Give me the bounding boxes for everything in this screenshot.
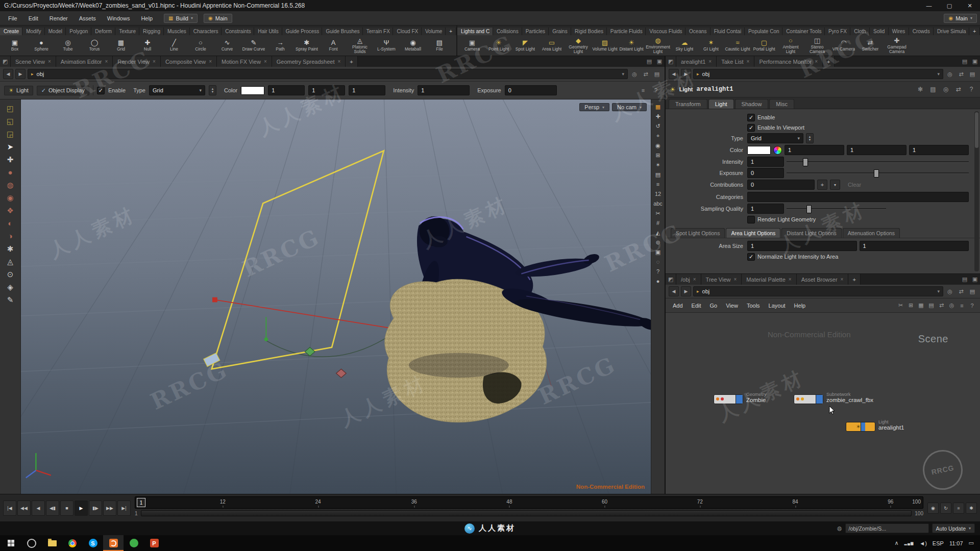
display-option-icon[interactable]: ≡ bbox=[656, 181, 659, 187]
network-tool-icon[interactable]: ⊞ bbox=[906, 302, 916, 309]
shelf-tool[interactable]: ▨ Volume Light bbox=[592, 39, 618, 52]
pane-control-icon[interactable]: ▣ bbox=[970, 56, 980, 67]
shelf-tool[interactable]: ▦ Grid bbox=[108, 39, 134, 52]
shelf-tool[interactable]: Ψ L-System bbox=[374, 39, 399, 52]
close-tab-icon[interactable]: × bbox=[264, 59, 267, 64]
shelf-tool[interactable]: ✚ Null bbox=[135, 39, 160, 52]
shelf-tab[interactable]: Rigid Bodies bbox=[571, 28, 607, 35]
shelf-tab[interactable]: Lights and C bbox=[457, 28, 493, 35]
desktop-main-right[interactable]: ◉ Main ▾ bbox=[944, 14, 977, 23]
shelf-tool[interactable]: ● Sphere bbox=[29, 39, 54, 52]
playback-option-button[interactable]: ◉ bbox=[927, 503, 939, 514]
playback-option-button[interactable]: ↻ bbox=[940, 503, 951, 514]
node-body[interactable]: ✶ bbox=[846, 422, 875, 432]
network-menu-item[interactable]: View bbox=[722, 301, 742, 310]
clock[interactable]: 11:07 bbox=[949, 540, 963, 546]
display-option-icon[interactable]: 12 bbox=[655, 191, 661, 197]
viewport-tool-icon[interactable]: ◍ bbox=[7, 181, 13, 189]
pane-tab[interactable]: Performance Monitor × bbox=[754, 56, 823, 67]
shelf-tool[interactable]: ✎ Draw Curve bbox=[241, 39, 266, 52]
shelf-tool[interactable]: ⇄ Switcher bbox=[857, 39, 883, 52]
exposure-field[interactable]: 0 bbox=[747, 168, 784, 178]
display-option-icon[interactable]: ⊞ bbox=[655, 152, 660, 158]
shelf-tab[interactable]: Modify bbox=[22, 28, 45, 35]
network-tool-icon[interactable]: ⇄ bbox=[937, 302, 946, 309]
forward-icon[interactable]: ▶ bbox=[681, 286, 691, 296]
node-zombie[interactable]: Geometry Zombie bbox=[714, 393, 767, 405]
pane-control-icon[interactable]: ▤ bbox=[960, 56, 970, 67]
pane-tab[interactable]: Geometry Spreadsheet × bbox=[272, 56, 346, 67]
shelf-tool[interactable]: ◍ Environment Light bbox=[645, 37, 671, 54]
param-tab[interactable]: Shadow bbox=[735, 99, 769, 109]
shelf-tab-add[interactable]: + bbox=[969, 28, 980, 35]
auto-update-dropdown[interactable]: Auto Update ▾ bbox=[932, 523, 975, 533]
shelf-tab[interactable]: Viscous Fluids bbox=[646, 28, 685, 35]
display-flag-icon[interactable] bbox=[861, 422, 865, 431]
shelf-tab[interactable]: Constraints bbox=[222, 28, 254, 35]
shelf-tab[interactable]: Polygon bbox=[66, 28, 91, 35]
shelf-tool[interactable]: ○ Circle bbox=[188, 39, 213, 52]
shelf-tab[interactable]: Drive Simula bbox=[934, 28, 969, 35]
playback-button[interactable]: ◀◀ bbox=[17, 500, 31, 516]
shelf-tool[interactable]: ✶ GI Light bbox=[698, 39, 724, 52]
tray-expand-icon[interactable]: ∧ bbox=[895, 540, 899, 546]
display-option-icon[interactable]: ✚ bbox=[655, 113, 660, 119]
playback-button[interactable]: ◀▮ bbox=[46, 500, 59, 516]
path-tool-icon[interactable]: ◎ bbox=[945, 69, 954, 79]
display-option-icon[interactable]: ↺ bbox=[655, 123, 660, 129]
houdini-button[interactable] bbox=[103, 535, 124, 551]
network-signal-icon[interactable]: ▂▄▆ bbox=[904, 541, 914, 545]
network-tool-icon[interactable]: ▦ bbox=[916, 302, 926, 309]
color-swatch[interactable] bbox=[241, 86, 264, 95]
node-flag-icon[interactable] bbox=[796, 397, 799, 400]
param-tab[interactable]: Misc bbox=[769, 99, 794, 109]
desktop-selector[interactable]: ▦ Build ▾ bbox=[164, 14, 198, 23]
type-spinner[interactable]: ▲▼ bbox=[806, 133, 814, 143]
playback-button[interactable]: ■ bbox=[60, 500, 74, 516]
viewport-tool-icon[interactable]: ● bbox=[8, 168, 12, 177]
shelf-tab[interactable]: Guide Brushes bbox=[322, 28, 362, 35]
close-tab-icon[interactable]: × bbox=[747, 59, 750, 64]
viewport-tool-icon[interactable]: ◰ bbox=[7, 105, 14, 113]
clear-button[interactable]: Clear bbox=[848, 182, 861, 188]
categories-field[interactable] bbox=[747, 192, 969, 202]
path-field[interactable]: ▸ obj ▾ bbox=[693, 286, 943, 296]
close-tab-icon[interactable]: × bbox=[815, 59, 818, 64]
display-option-icon[interactable]: ▦ bbox=[655, 104, 660, 110]
network-menu-item[interactable]: Tools bbox=[743, 301, 764, 310]
enable-viewport-checkbox[interactable]: ✓ bbox=[747, 124, 755, 132]
back-icon[interactable]: ◀ bbox=[669, 286, 679, 296]
shelf-tool[interactable]: ≈ Caustic Light bbox=[725, 39, 750, 52]
chevron-down-icon[interactable]: ▾ bbox=[830, 180, 840, 190]
shelf-tab[interactable]: Pyro FX bbox=[825, 28, 850, 35]
color-b-field[interactable]: 1 bbox=[349, 85, 385, 95]
network-menu-item[interactable]: Go bbox=[706, 301, 722, 310]
close-tab-icon[interactable]: × bbox=[734, 277, 737, 282]
playback-option-button[interactable]: ≡ bbox=[953, 503, 964, 514]
menu-item[interactable]: Windows bbox=[102, 14, 135, 23]
shelf-tool[interactable]: ◬ Platonic Solids bbox=[347, 37, 373, 54]
viewport-tool-icon[interactable]: ✱ bbox=[7, 245, 14, 253]
shelf-tool[interactable]: ◉ Metaball bbox=[400, 39, 426, 52]
close-button[interactable]: ✕ bbox=[960, 0, 980, 11]
start-button[interactable] bbox=[0, 535, 21, 551]
pane-control-icon[interactable]: ▣ bbox=[970, 274, 980, 285]
param-header-icon[interactable]: ✻ bbox=[916, 86, 925, 93]
shelf-tab[interactable]: Grains bbox=[549, 28, 571, 35]
shelf-tool[interactable]: ▣ Camera bbox=[459, 39, 485, 52]
contributions-field[interactable]: 0 bbox=[747, 180, 815, 190]
close-tab-icon[interactable]: × bbox=[153, 59, 156, 64]
pane-tab[interactable]: Asset Browser × bbox=[797, 274, 849, 285]
network-menu-item[interactable]: Edit bbox=[688, 301, 705, 310]
close-tab-icon[interactable]: × bbox=[337, 59, 340, 64]
pane-tab[interactable]: Motion FX View × bbox=[217, 56, 272, 67]
shelf-tool[interactable]: ☁ Sky Light bbox=[672, 39, 697, 52]
viewport-tool-icon[interactable]: ◲ bbox=[7, 130, 14, 138]
display-option-icon[interactable]: ✂ bbox=[655, 210, 660, 216]
param-tab[interactable]: Transform bbox=[669, 99, 707, 109]
color-r-field[interactable]: 1 bbox=[268, 85, 305, 95]
path-tool-icon[interactable]: ⇄ bbox=[957, 287, 966, 296]
render-light-geometry-checkbox[interactable] bbox=[747, 216, 755, 223]
network-editor[interactable]: Non-Commercial Edition Scene Geometry Zo… bbox=[666, 313, 980, 494]
path-tool-icon[interactable]: ▤ bbox=[652, 69, 662, 79]
